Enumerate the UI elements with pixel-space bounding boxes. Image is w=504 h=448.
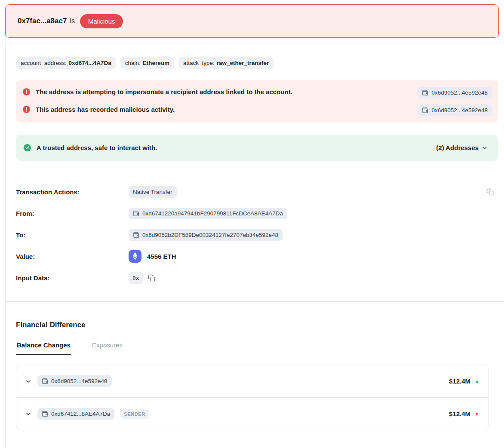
trend-down-icon: ▼	[474, 411, 479, 417]
value-amount-text: 4556 ETH	[147, 253, 176, 260]
balance-amount-text: $12.4M	[449, 410, 470, 417]
to-address-text: 0x6d9052b2DF589De00324127fe2707eb34e592e…	[142, 232, 278, 238]
alert-seal-icon	[22, 87, 31, 96]
meta-tag-account-address: account_address: 0xd674...4A7Da	[16, 57, 116, 69]
financial-difference-title: Financial Difference	[16, 321, 498, 329]
input-data-value: 0x	[129, 272, 155, 284]
trusted-alert-text: A trusted address, safe to interact with…	[37, 144, 157, 151]
risk-alert-row: The address is attempting to impersonate…	[22, 86, 492, 98]
tab-balance-changes[interactable]: Balance Changes	[16, 341, 71, 355]
address-chip-text: 0x6d9052...4e592e48	[51, 378, 108, 384]
address-chip[interactable]: 0xd67412...8AE4A7Da	[37, 408, 114, 420]
wallet-icon	[42, 378, 48, 384]
chevron-down-icon	[482, 145, 488, 151]
meta-tag-value: raw_ether_transfer	[217, 60, 269, 66]
copy-icon[interactable]	[148, 274, 155, 282]
input-data-label: Input Data:	[16, 274, 129, 282]
balance-row[interactable]: 0xd67412...8AE4A7Da SENDER $12.4M ▼	[16, 397, 488, 430]
balance-amount: $12.4M ▲	[449, 377, 479, 385]
tab-exposures[interactable]: Exposures	[91, 341, 123, 355]
trusted-alert-panel: A trusted address, safe to interact with…	[16, 135, 498, 161]
chevron-down-icon[interactable]	[25, 411, 32, 417]
value-amount: 4556 ETH	[129, 250, 176, 263]
balance-row[interactable]: 0x6d9052...4e592e48 $12.4M ▲	[16, 365, 488, 397]
to-address-chip[interactable]: 0x6d9052b2DF589De00324127fe2707eb34e592e…	[129, 229, 283, 241]
meta-tag-value: 0xd674...4A7Da	[69, 60, 111, 66]
section-divider	[6, 174, 504, 174]
wallet-icon	[133, 232, 139, 238]
scanned-address: 0x7fac...a8ac7	[18, 17, 67, 25]
section-divider	[6, 301, 504, 302]
addresses-expander[interactable]: (2) Addresses	[436, 144, 491, 151]
address-chip-text: 0x6d9052...4e592e48	[431, 107, 488, 114]
from-label: From:	[16, 210, 129, 217]
wallet-icon	[422, 107, 428, 114]
balance-amount: $12.4M ▼	[449, 410, 479, 417]
value-label: Value:	[16, 253, 129, 260]
risk-alert-text: This address has recorded malicious acti…	[36, 104, 175, 114]
input-data-chip: 0x	[129, 272, 143, 284]
copy-icon[interactable]	[486, 188, 494, 196]
meta-tag-label: chain:	[125, 60, 141, 66]
balance-changes-card: 0x6d9052...4e592e48 $12.4M ▲ 0xd67412...…	[16, 365, 489, 430]
meta-tag-label: attack_type:	[183, 60, 215, 66]
meta-tag-label: account_address:	[21, 60, 67, 66]
address-chip-text: 0xd67412...8AE4A7Da	[51, 411, 110, 417]
sender-badge: SENDER	[120, 409, 149, 419]
meta-tag-attack-type: attack_type: raw_ether_transfer	[178, 57, 274, 69]
verdict-banner: 0x7fac...a8ac7 is Malicious	[5, 4, 499, 38]
wallet-icon	[133, 210, 139, 217]
trend-up-icon: ▲	[474, 379, 479, 384]
address-chip[interactable]: 0x6d9052...4e592e48	[418, 104, 492, 116]
check-seal-icon	[23, 143, 32, 152]
wallet-icon	[422, 89, 428, 96]
transaction-section: Transaction Actions: Native Transfer Fro…	[16, 181, 498, 288]
banner-connector: is	[70, 17, 75, 25]
transaction-actions-row: Transaction Actions: Native Transfer	[16, 181, 498, 203]
financial-tabs: Balance Changes Exposures	[16, 341, 504, 355]
malicious-badge: Malicious	[80, 14, 123, 28]
transaction-action-chip: Native Transfer	[129, 186, 177, 198]
from-address-text: 0xd6741220a947941bF290799811FcDCeA8AE4A7…	[142, 210, 283, 217]
to-label: To:	[16, 231, 129, 239]
meta-tags-row: account_address: 0xd674...4A7Da chain: E…	[16, 57, 498, 69]
input-data-row: Input Data: 0x	[16, 267, 498, 288]
from-address-chip[interactable]: 0xd6741220a947941bF290799811FcDCeA8AE4A7…	[129, 208, 287, 219]
address-chip[interactable]: 0x6d9052...4e592e48	[418, 87, 492, 98]
meta-tag-value: Ethereum	[143, 60, 169, 66]
risk-alert-row: This address has recorded malicious acti…	[22, 104, 492, 116]
to-row: To: 0x6d9052b2DF589De00324127fe2707eb34e…	[16, 224, 498, 245]
transaction-actions-label: Transaction Actions:	[16, 188, 129, 196]
value-row: Value: 4556 ETH	[16, 245, 498, 267]
wallet-icon	[42, 411, 48, 417]
alert-seal-icon	[22, 105, 31, 114]
main-content: account_address: 0xd674...4A7Da chain: E…	[5, 43, 504, 448]
risk-alert-text: The address is attempting to impersonate…	[36, 86, 292, 96]
header-divider	[0, 38, 504, 43]
balance-amount-text: $12.4M	[449, 377, 470, 385]
chevron-down-icon[interactable]	[25, 378, 32, 385]
meta-tag-chain: chain: Ethereum	[120, 57, 174, 69]
address-chip[interactable]: 0x6d9052...4e592e48	[37, 375, 112, 387]
from-row: From: 0xd6741220a947941bF290799811FcDCeA…	[16, 203, 498, 224]
addresses-expander-label: (2) Addresses	[436, 144, 479, 151]
risk-alerts-panel: The address is attempting to impersonate…	[16, 80, 498, 123]
ethereum-icon	[129, 250, 141, 263]
address-chip-text: 0x6d9052...4e592e48	[431, 89, 488, 96]
